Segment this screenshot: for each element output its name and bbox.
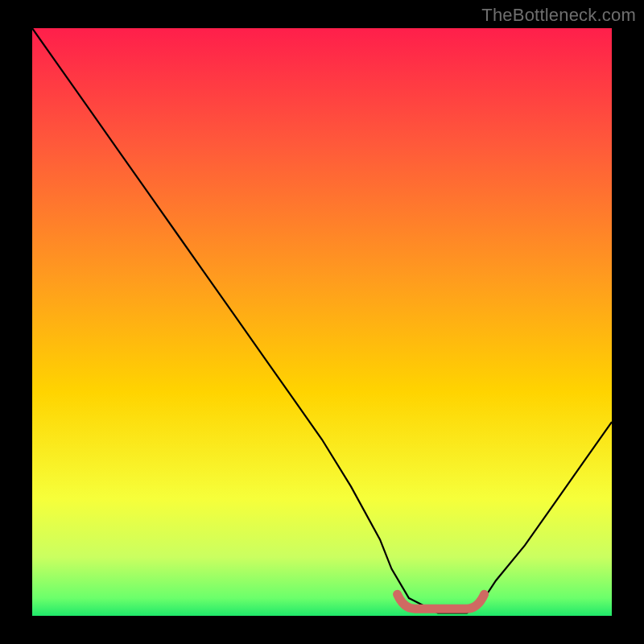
gradient-background (32, 28, 612, 616)
plot-svg (32, 28, 612, 616)
watermark-text: TheBottleneck.com (481, 5, 636, 26)
plot-area (32, 28, 612, 616)
chart-frame: TheBottleneck.com (0, 0, 644, 644)
